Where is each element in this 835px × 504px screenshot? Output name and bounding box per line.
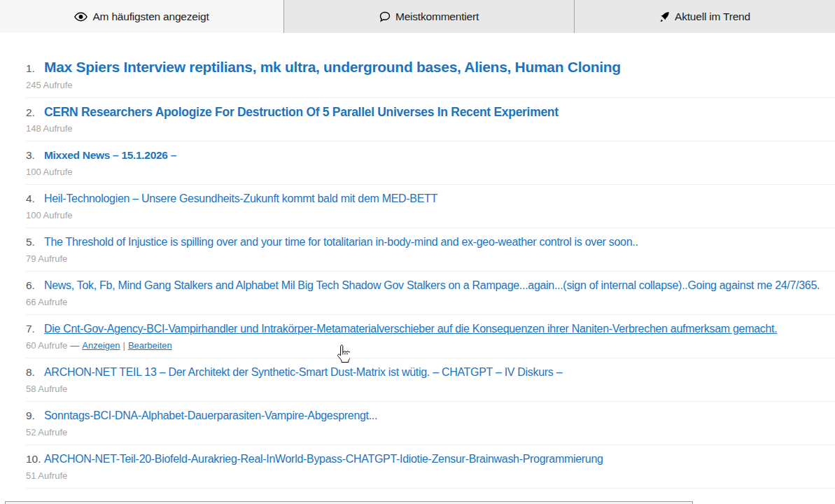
post-title-link[interactable]: Heil-Technologien – Unsere Gesundheits-Z… (44, 192, 437, 204)
post-rank: 2. (26, 106, 44, 119)
action-divider: | (123, 340, 125, 351)
view-count: 66 Aufrufe (26, 297, 67, 307)
post-item: 7.Die Cnt-Gov-Agency-BCI-Vampirhandler u… (26, 315, 835, 358)
post-item: 4.Heil-Technologien – Unsere Gesundheits… (26, 185, 835, 228)
post-title-link[interactable]: Sonntags-BCI-DNA-Alphabet-Dauerparasiten… (44, 410, 377, 421)
next-widget-partial-box (5, 501, 693, 504)
post-meta: 66 Aufrufe (26, 295, 835, 309)
post-title-link[interactable]: Die Cnt-Gov-Agency-BCI-Vampirhandler und… (44, 323, 777, 335)
view-count: 51 Aufrufe (26, 470, 67, 481)
post-item: 10.ARCHON-NET-Teil-20-Biofeld-Aurakrieg-… (26, 445, 835, 489)
post-item: 5.The Threshold of Injustice is spilling… (26, 228, 835, 272)
post-meta: 100 Aufrufe (26, 165, 835, 178)
post-title-link[interactable]: Max Spiers Interview reptilians, mk ultr… (44, 59, 621, 75)
post-meta: 79 Aufrufe (26, 252, 835, 265)
post-rank: 9. (26, 410, 44, 422)
post-rank: 10. (26, 453, 44, 465)
post-title-link[interactable]: ARCHON-NET TEIL 13 – Der Architekt der S… (44, 366, 562, 378)
post-item: 2.CERN Researchers Apologize For Destruc… (26, 98, 835, 141)
post-rank: 4. (26, 192, 44, 205)
post-title-link[interactable]: News, Tok, Fb, Mind Gang Stalkers and Al… (44, 279, 820, 291)
comment-icon (379, 11, 391, 22)
post-meta: 148 Aufrufe (26, 122, 835, 135)
post-title-link[interactable]: ARCHON-NET-Teil-20-Biofeld-Aurakrieg-Rea… (44, 453, 603, 465)
eye-icon (74, 12, 87, 22)
view-count: 60 Aufrufe (26, 340, 67, 351)
view-count: 100 Aufrufe (26, 167, 73, 177)
post-item: 8.ARCHON-NET TEIL 13 – Der Architekt der… (26, 358, 835, 402)
post-item: 9.Sonntags-BCI-DNA-Alphabet-Dauerparasit… (26, 402, 835, 445)
tab-am-häufigsten-angezeigt[interactable]: Am häufigsten angezeigt (0, 0, 283, 33)
post-title-link[interactable]: The Threshold of Injustice is spilling o… (44, 236, 638, 248)
post-item: 3.Mixxed News – 15.1.2026 –100 Aufrufe (26, 141, 835, 185)
post-rank: 7. (26, 323, 44, 335)
post-title-link[interactable]: CERN Researchers Apologize For Destructi… (44, 105, 559, 119)
post-rank: 8. (26, 366, 44, 379)
anzeigen-link[interactable]: Anzeigen (82, 340, 120, 351)
meta-separator: — (70, 340, 79, 351)
post-rank: 5. (26, 236, 44, 248)
post-item: 6.News, Tok, Fb, Mind Gang Stalkers and … (26, 272, 835, 315)
view-count: 52 Aufrufe (26, 427, 67, 438)
view-count: 100 Aufrufe (26, 210, 73, 220)
post-meta: 52 Aufrufe (26, 426, 835, 439)
view-count: 245 Aufrufe (26, 80, 73, 90)
post-meta: 245 Aufrufe (26, 78, 835, 92)
popular-posts-list: 1.Max Spiers Interview reptilians, mk ul… (0, 52, 835, 489)
post-item: 1.Max Spiers Interview reptilians, mk ul… (26, 52, 835, 98)
post-rank: 1. (26, 62, 44, 75)
rocket-icon (659, 11, 670, 22)
post-meta: 58 Aufrufe (26, 382, 835, 396)
tab-label: Am häufigsten angezeigt (92, 10, 209, 23)
tab-meistkommentiert[interactable]: Meistkommentiert (283, 0, 574, 33)
view-count: 148 Aufrufe (26, 123, 73, 134)
post-rank: 6. (26, 279, 44, 292)
bearbeiten-link[interactable]: Bearbeiten (128, 340, 172, 351)
tab-label: Aktuell im Trend (675, 10, 750, 23)
post-meta: 51 Aufrufe (26, 469, 835, 482)
post-title-link[interactable]: Mixxed News – 15.1.2026 – (44, 149, 176, 161)
view-count: 58 Aufrufe (26, 384, 67, 394)
view-count: 79 Aufrufe (26, 253, 67, 264)
post-meta: 100 Aufrufe (26, 209, 835, 222)
tab-aktuell-im-trend[interactable]: Aktuell im Trend (574, 0, 835, 33)
post-rank: 3. (26, 149, 44, 162)
post-meta: 60 Aufrufe—Anzeigen|Bearbeiten (26, 339, 835, 352)
popular-posts-tabbar: Am häufigsten angezeigtMeistkommentiertA… (0, 0, 835, 33)
tab-label: Meistkommentiert (395, 10, 479, 23)
